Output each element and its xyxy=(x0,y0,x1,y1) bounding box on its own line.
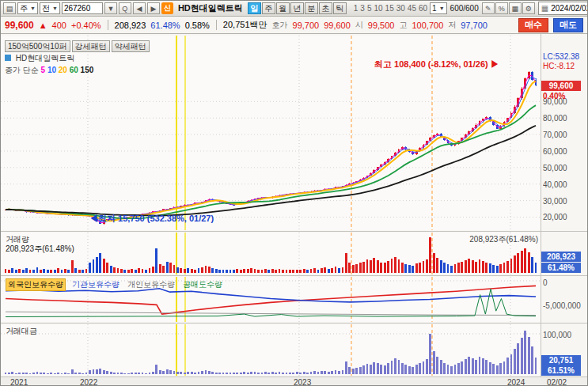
volume-right-label: 208,923주(61.48%) xyxy=(469,234,538,245)
ma-period-150: 150 xyxy=(78,66,93,74)
ownership-label-1: 기관보유수량 xyxy=(70,279,121,290)
legend-marker-icon xyxy=(5,55,11,61)
period-button-년[interactable]: 년 xyxy=(290,2,304,14)
divider xyxy=(108,20,108,30)
sell-button[interactable]: 매도 xyxy=(553,18,583,32)
menu-icon[interactable]: ▤ xyxy=(3,2,16,14)
minute-combo-value: 1 xyxy=(432,4,437,13)
indicator-button-2[interactable]: 약세패턴 xyxy=(112,40,150,52)
chart-legend-title-row: HD현대일렉트릭 xyxy=(5,53,74,64)
value-pct-badge: 61.51% xyxy=(541,365,581,376)
minute-button-1[interactable]: 1 xyxy=(353,4,359,13)
tool-icon-0[interactable]: ✎ xyxy=(482,2,495,14)
chart-legend-title: HD현대일렉트릭 xyxy=(16,54,74,62)
price-change-pct: +0.40% xyxy=(71,21,101,30)
turnover-pct: 0.58% xyxy=(185,21,210,30)
minute-button-45[interactable]: 45 xyxy=(407,4,417,13)
period-button-틱[interactable]: 틱 xyxy=(333,2,347,14)
ownership-label-2: 개인보유수량 xyxy=(126,279,176,290)
tool-icon-1[interactable]: % xyxy=(495,2,508,14)
minute-button-group: 1351015304560 xyxy=(353,4,428,13)
volume-badge: 208,923 xyxy=(541,252,581,262)
chevron-down-icon: ▼ xyxy=(439,6,445,11)
current-price-pct: 0.40% xyxy=(543,92,587,100)
period-button-초[interactable]: 초 xyxy=(319,2,332,14)
unit-select[interactable]: 주▼ xyxy=(17,2,38,14)
market-select[interactable]: 전▼ xyxy=(40,2,60,14)
quote-bar: 99,600 ▲ 400 +0.40% 208,923 61.48% 0.58%… xyxy=(1,17,587,34)
trade-value: 20,751백만 xyxy=(223,19,267,31)
search-icon[interactable]: Q xyxy=(119,2,131,14)
new-badge: 신 xyxy=(161,2,173,14)
x-axis-label-2023: 2023 xyxy=(294,378,311,386)
volume-pct-badge: 61.48% xyxy=(541,263,581,273)
price-axis-label-60,000: 60,000 xyxy=(543,147,587,156)
prev-stock-icon[interactable]: ◀ xyxy=(133,2,146,14)
quote-volume: 208,923 xyxy=(115,21,146,30)
price-axis-label-30,000: 30,000 xyxy=(543,197,587,206)
ma-period-60: 60 xyxy=(67,66,78,74)
bid-price: 99,600 xyxy=(324,21,351,30)
minute-button-15[interactable]: 15 xyxy=(385,4,395,13)
ma-period-10: 10 xyxy=(45,66,56,74)
x-axis-label-2022: 2022 xyxy=(80,378,97,386)
trade-value-pane-label: 거래대금 xyxy=(6,326,37,337)
low-price: 97,700 xyxy=(461,21,487,30)
main-toolbar: ▤ 주▼ 전▼ ▼ Q ◀ ▶ 신 HD현대일렉트릭 일주월년분초틱 13510… xyxy=(1,1,587,17)
low-annotation: ◀최저 15,750 (532.38%, 01/27) xyxy=(89,213,214,225)
ma-legend-label: 종가 단순 xyxy=(5,66,39,74)
hoga-label: 호가 xyxy=(272,20,288,31)
tool-icon-3[interactable]: ⚙ xyxy=(522,2,535,14)
volume-pane-sublabel: 208,923주(61.48%) xyxy=(6,244,74,255)
code-dropdown-icon[interactable]: ▼ xyxy=(104,2,117,14)
buy-button[interactable]: 매수 xyxy=(518,18,548,32)
minute-combo[interactable]: 1▼ xyxy=(430,2,447,14)
chevron-down-icon: ▼ xyxy=(52,6,58,11)
current-price: 99,600 xyxy=(5,20,34,31)
x-axis-label-2021: 2021 xyxy=(10,378,28,386)
stock-chart-window: ▤ 주▼ 전▼ ▼ Q ◀ ▶ 신 HD현대일렉트릭 일주월년분초틱 13510… xyxy=(0,0,588,386)
price-axis-label-70,000: 70,000 xyxy=(543,131,587,139)
stock-code-input[interactable] xyxy=(62,2,103,14)
up-arrow-icon: ▲ xyxy=(39,21,47,30)
price-change: 400 xyxy=(52,21,66,30)
ma-period-list: 5 10 20 60 150 xyxy=(41,66,94,74)
indicator-button-1[interactable]: 강세패턴 xyxy=(72,40,110,52)
minute-button-10[interactable]: 10 xyxy=(373,4,383,13)
minute-button-5[interactable]: 5 xyxy=(366,4,373,13)
period-button-주[interactable]: 주 xyxy=(262,2,275,14)
indicator-button-row: 150억500억10퍼강세패턴약세패턴 xyxy=(5,40,151,52)
chevron-down-icon: ▼ xyxy=(30,6,36,11)
ask-price: 99,700 xyxy=(293,21,320,30)
indicator-button-0[interactable]: 150억500억10퍼 xyxy=(5,40,70,52)
volume-chart[interactable] xyxy=(1,233,541,274)
date-value: 2024/02/02 xyxy=(551,4,588,13)
stock-name: HD현대일렉트릭 xyxy=(178,2,243,14)
high-price: 100,700 xyxy=(412,21,443,30)
value-axis-top: 100,000 xyxy=(543,331,587,339)
tool-icon-group: ✎%▦⚙ xyxy=(482,2,535,14)
price-axis-label-20,000: 20,000 xyxy=(543,213,587,221)
next-stock-icon[interactable]: ▶ xyxy=(147,2,160,14)
ma-period-20: 20 xyxy=(56,66,67,74)
minute-button-60[interactable]: 60 xyxy=(418,4,428,13)
ownership-axis-mid: -5,000,000 xyxy=(543,301,587,310)
period-button-월[interactable]: 월 xyxy=(276,2,290,14)
pane-divider xyxy=(1,231,588,232)
tool-icon-2[interactable]: ▦ xyxy=(509,2,522,14)
divider xyxy=(216,20,217,30)
price-axis-label-80,000: 80,000 xyxy=(543,114,587,123)
ownership-label-0[interactable]: 외국인보유수량 xyxy=(6,278,66,291)
pane-divider xyxy=(1,275,588,276)
unit-select-value: 주 xyxy=(20,3,28,14)
high-annotation: 최고 108,400 (-8.12%, 01/26) ▶ xyxy=(374,59,499,70)
date-picker[interactable]: ▦ 2024/02/02 xyxy=(538,2,588,15)
trade-value-chart[interactable] xyxy=(1,324,541,376)
lc-label: LC:532.38 xyxy=(543,52,587,61)
open-label: 시 xyxy=(355,20,363,31)
minute-button-3[interactable]: 3 xyxy=(359,4,366,13)
value-badge: 20,751 xyxy=(541,355,581,365)
period-button-일[interactable]: 일 xyxy=(248,2,261,14)
period-button-분[interactable]: 분 xyxy=(305,2,318,14)
minute-button-30[interactable]: 30 xyxy=(396,4,406,13)
